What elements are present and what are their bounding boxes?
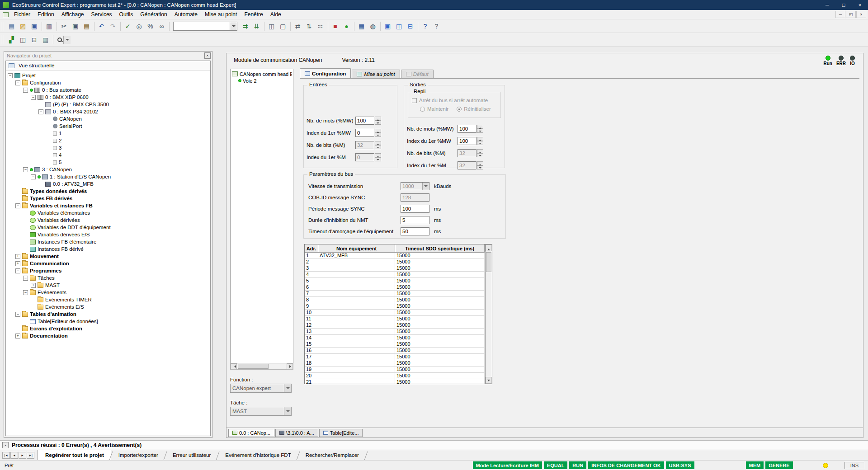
cell-device-name[interactable] — [318, 278, 395, 284]
spin-input[interactable]: 32 — [355, 141, 381, 149]
tree-expander-icon[interactable]: − — [15, 268, 20, 273]
cell-address[interactable]: 18 — [305, 360, 318, 366]
analyze-icon[interactable]: ✓ — [122, 21, 133, 32]
run-icon[interactable]: ● — [341, 21, 352, 32]
cell-device-name[interactable] — [318, 348, 395, 353]
output-close-icon[interactable]: × — [2, 442, 9, 448]
tree-item[interactable]: − 0 : BMX P34 20102 — [6, 108, 210, 115]
menu-item[interactable]: Outils — [116, 10, 137, 19]
window-cascade-icon[interactable]: ▣ — [382, 21, 393, 32]
cell-timeout[interactable]: 15000 — [395, 335, 485, 341]
table-row[interactable]: 7 15000 — [305, 291, 485, 297]
cell-address[interactable]: 15 — [305, 341, 318, 347]
cell-device-name[interactable] — [318, 272, 395, 277]
cell-timeout[interactable]: 15000 — [395, 291, 485, 296]
spin-up-icon[interactable] — [477, 137, 483, 141]
tree-expander-icon[interactable]: − — [23, 167, 28, 172]
cell-device-name[interactable] — [318, 341, 395, 347]
vertical-scrollbar[interactable] — [485, 244, 492, 384]
cell-timeout[interactable]: 15000 — [395, 278, 485, 284]
open-folder-icon[interactable]: ▨ — [17, 21, 28, 32]
cell-address[interactable]: 4 — [305, 272, 318, 277]
table-row[interactable]: 10 15000 — [305, 310, 485, 316]
tree-expander-icon[interactable]: + — [15, 261, 20, 266]
tree-item[interactable]: Evénements TIMER — [6, 296, 210, 303]
field-value[interactable]: 32 — [458, 149, 476, 157]
cell-address[interactable]: 11 — [305, 316, 318, 322]
cell-timeout[interactable]: 15000 — [395, 284, 485, 290]
tree-expander-icon[interactable]: − — [23, 276, 28, 281]
editor-tab[interactable]: Configuration — [300, 68, 351, 78]
tree-expander-icon[interactable]: − — [31, 174, 36, 179]
device-tree-root[interactable]: CANopen comm head Ex... — [232, 70, 292, 77]
cell-device-name[interactable] — [318, 297, 395, 303]
param-input[interactable]: 1000 — [401, 182, 429, 190]
scrollbar-thumb[interactable] — [486, 252, 491, 272]
data-editor-icon[interactable]: ◫ — [266, 21, 277, 32]
scroll-down-icon[interactable] — [486, 377, 492, 384]
tree-item[interactable]: Instances FB dérivé — [6, 245, 210, 253]
copy-icon[interactable]: ▣ — [70, 21, 81, 32]
scroll-up-icon[interactable] — [486, 244, 492, 251]
tree-item[interactable]: − 3 : CANopen — [6, 166, 210, 173]
search-icon[interactable]: ∞ — [156, 21, 167, 32]
undo-icon[interactable]: ↶ — [96, 21, 107, 32]
field-value[interactable]: 0 — [355, 129, 374, 137]
connect-icon[interactable]: ⇄ — [292, 21, 303, 32]
tree-item[interactable]: Variables élémentaires — [6, 209, 210, 216]
vertical-split-icon[interactable]: ◫ — [17, 34, 28, 45]
cell-device-name[interactable] — [318, 335, 395, 341]
cell-timeout[interactable]: 15000 — [395, 259, 485, 265]
tree-expander-icon[interactable]: − — [23, 88, 28, 93]
tree-item[interactable]: Evénements E/S — [6, 303, 210, 310]
cell-address[interactable]: 10 — [305, 310, 318, 315]
tree-item[interactable]: − Evénements — [6, 289, 210, 296]
cell-timeout[interactable]: 15000 — [395, 360, 485, 366]
document-tab[interactable]: 0.0 : CANop... — [228, 429, 274, 437]
tree-item[interactable]: + Mouvement — [6, 253, 210, 260]
field-value[interactable]: 0 — [355, 153, 374, 161]
cell-timeout[interactable]: 15000 — [395, 253, 485, 258]
table-row[interactable]: 12 15000 — [305, 322, 485, 329]
redo-icon[interactable]: ↷ — [107, 21, 118, 32]
mdi-restore-button[interactable]: ◱ — [846, 11, 856, 18]
cell-timeout[interactable]: 15000 — [395, 329, 485, 334]
grid-icon[interactable]: ▦ — [40, 34, 51, 45]
table-row[interactable]: 2 15000 — [305, 259, 485, 265]
hmi-icon[interactable]: ◍ — [367, 21, 378, 32]
output-nav-button[interactable]: |◄ — [2, 452, 10, 459]
cell-device-name[interactable] — [318, 259, 395, 265]
menu-item[interactable]: Aide — [267, 10, 285, 19]
cell-timeout[interactable]: 15000 — [395, 297, 485, 303]
tree-expander-icon[interactable]: − — [15, 203, 20, 208]
menu-item[interactable]: Mise au point — [201, 10, 241, 19]
spin-down-icon[interactable] — [375, 133, 381, 137]
cell-address[interactable]: 5 — [305, 278, 318, 284]
tree-expander-icon[interactable]: − — [15, 80, 20, 85]
cell-address[interactable]: 3 — [305, 265, 318, 271]
rebuild-all-icon[interactable]: ⇊ — [251, 21, 262, 32]
tree-item[interactable]: Variables de DDT d'équipement — [6, 224, 210, 231]
cell-address[interactable]: 7 — [305, 291, 318, 296]
spin-down-icon[interactable] — [375, 157, 381, 161]
spin-input[interactable]: 100 — [458, 125, 483, 133]
cell-timeout[interactable]: 15000 — [395, 310, 485, 315]
spin-up-icon[interactable] — [477, 125, 483, 129]
tree-item[interactable]: Table[Editeur de données] — [6, 318, 210, 325]
tree-item[interactable]: Instances FB élémentaire — [6, 238, 210, 245]
tree-item[interactable]: SerialPort — [6, 122, 210, 130]
maximize-button[interactable]: □ — [835, 0, 852, 10]
tree-expander-icon[interactable]: − — [31, 95, 36, 100]
spin-input[interactable]: 32 — [458, 161, 483, 169]
spin-down-icon[interactable] — [375, 121, 381, 125]
table-row[interactable]: 13 15000 — [305, 329, 485, 335]
cell-address[interactable]: 6 — [305, 284, 318, 290]
build-changes-icon[interactable]: ⇉ — [240, 21, 251, 32]
cell-device-name[interactable] — [318, 310, 395, 315]
minimize-button[interactable]: ─ — [819, 0, 835, 10]
param-input[interactable]: 5 — [401, 216, 429, 224]
mdi-minimize-button[interactable]: ─ — [835, 11, 845, 18]
tree-item[interactable]: − 0 : Bus automate — [6, 86, 210, 94]
output-nav-button[interactable]: ◄ — [10, 452, 18, 459]
tree-item[interactable]: − 0 : BMX XBP 0600 — [6, 94, 210, 101]
